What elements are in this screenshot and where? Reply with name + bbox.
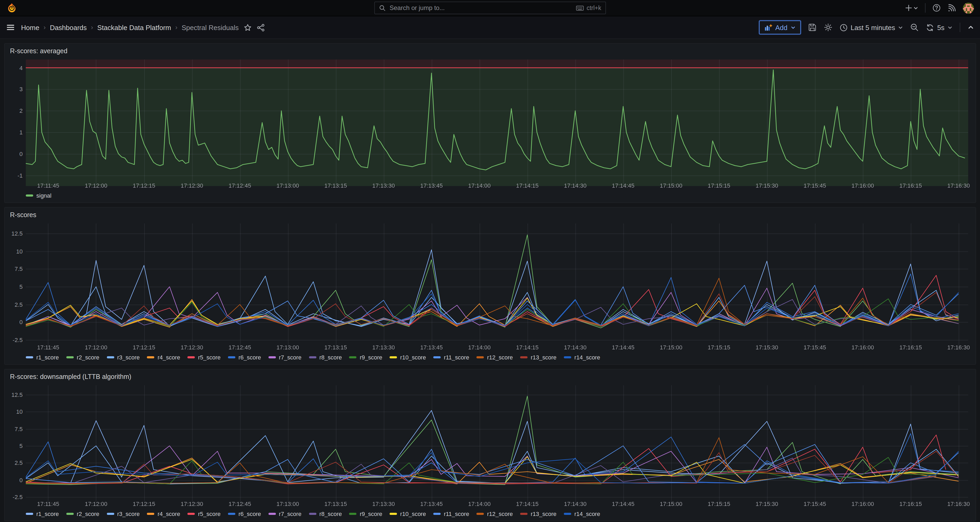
breadcrumb-separator: ›: [91, 24, 93, 31]
legend-item[interactable]: r1_score: [26, 511, 59, 517]
legend-swatch: [390, 356, 397, 358]
legend-item[interactable]: r13_score: [520, 511, 557, 517]
legend-swatch: [349, 356, 357, 358]
legend-item[interactable]: r11_score: [433, 354, 469, 361]
y-axis-labels: -2.502.557.51012.5: [7, 385, 26, 498]
legend-item[interactable]: r13_score: [520, 354, 557, 361]
x-tick-label: 17:12:45: [229, 501, 251, 507]
legend-item[interactable]: r5_score: [188, 354, 221, 361]
x-tick-label: 17:16:15: [899, 501, 922, 507]
legend-swatch: [309, 356, 316, 358]
plot-area[interactable]: [26, 223, 968, 342]
share-icon[interactable]: [257, 24, 265, 31]
panel-title: R-scores: downsampled (LTTB algorithm): [10, 373, 131, 380]
legend-item[interactable]: r8_score: [309, 511, 342, 517]
panel-header[interactable]: R-scores: [5, 208, 975, 222]
plot-area[interactable]: [26, 59, 968, 180]
gear-icon[interactable]: [824, 23, 832, 32]
legend-item[interactable]: r12_score: [476, 354, 513, 361]
legend-item[interactable]: r7_score: [269, 511, 302, 517]
refresh-picker[interactable]: 5s: [926, 24, 952, 31]
x-tick-label: 17:14:00: [468, 501, 491, 507]
x-tick-label: 17:13:45: [420, 501, 443, 507]
legend-item[interactable]: r4_score: [147, 354, 180, 361]
avatar[interactable]: [963, 2, 974, 13]
legend-swatch: [564, 513, 571, 515]
x-tick-label: 17:13:15: [324, 182, 347, 189]
x-tick-label: 17:12:15: [133, 501, 155, 507]
panel-header[interactable]: R-scores: averaged: [5, 44, 975, 59]
news-icon[interactable]: [948, 4, 956, 12]
legend-swatch: [26, 356, 33, 358]
legend-item[interactable]: r4_score: [147, 511, 180, 517]
legend-item[interactable]: r8_score: [309, 354, 342, 361]
legend-item[interactable]: r5_score: [188, 511, 221, 517]
y-tick-label: 5: [19, 283, 23, 291]
legend-item[interactable]: r2_score: [66, 354, 100, 361]
legend: r1_scorer2_scorer3_scorer4_scorer5_score…: [5, 353, 975, 364]
star-icon[interactable]: [244, 24, 252, 31]
legend-label: r9_score: [360, 354, 382, 361]
x-tick-label: 17:16:30: [947, 182, 970, 189]
legend-item[interactable]: r10_score: [390, 354, 426, 361]
legend-item[interactable]: r14_score: [564, 511, 600, 517]
x-tick-label: 17:14:00: [468, 182, 491, 189]
legend-item[interactable]: r3_score: [107, 354, 140, 361]
legend-item[interactable]: r12_score: [476, 511, 513, 517]
legend-item[interactable]: r1_score: [26, 354, 59, 361]
legend-item[interactable]: r6_score: [228, 511, 261, 517]
x-tick-label: 17:14:15: [516, 501, 539, 507]
grafana-app: Search or jump to... ctrl+k: [0, 0, 980, 522]
search-placeholder: Search or jump to...: [390, 4, 445, 11]
breadcrumb-dashboards[interactable]: Dashboards: [50, 24, 87, 31]
time-series-chart: -2.502.557.51012.5 17:11:4517:12:0017:12…: [7, 223, 975, 353]
save-icon[interactable]: [808, 23, 816, 32]
legend-swatch: [66, 356, 74, 358]
legend-item[interactable]: r3_score: [107, 511, 140, 517]
legend-item[interactable]: signal: [26, 192, 52, 199]
chevron-up-icon[interactable]: [967, 24, 974, 30]
grafana-logo-icon[interactable]: [6, 2, 18, 13]
legend-item[interactable]: r7_score: [269, 354, 302, 361]
y-tick-label: -2.5: [13, 336, 23, 343]
legend-item[interactable]: r9_score: [349, 354, 382, 361]
x-tick-label: 17:12:00: [85, 182, 107, 189]
legend-item[interactable]: r9_score: [349, 511, 382, 517]
legend-swatch: [520, 513, 528, 515]
x-tick-label: 17:13:30: [372, 344, 395, 350]
y-tick-label: -2.5: [13, 493, 23, 501]
legend-label: r5_score: [198, 511, 221, 517]
new-menu-button[interactable]: [905, 4, 918, 11]
x-tick-label: 17:15:15: [708, 344, 730, 350]
breadcrumb-folder[interactable]: Stackable Data Platform: [97, 24, 171, 31]
time-range-picker[interactable]: Last 5 minutes: [840, 24, 903, 31]
legend-item[interactable]: r11_score: [433, 511, 469, 517]
legend-swatch: [228, 513, 235, 515]
legend-item[interactable]: r6_score: [228, 354, 261, 361]
panel-header[interactable]: R-scores: downsampled (LTTB algorithm): [5, 369, 975, 384]
search-input[interactable]: Search or jump to... ctrl+k: [374, 2, 606, 14]
x-tick-label: 17:13:15: [324, 501, 347, 507]
legend-label: r4_score: [158, 511, 180, 517]
menu-icon[interactable]: [6, 23, 15, 32]
x-tick-label: 17:16:15: [899, 344, 922, 350]
zoom-out-icon[interactable]: [910, 23, 919, 32]
legend-label: r1_score: [36, 354, 59, 361]
legend-item[interactable]: r14_score: [564, 354, 600, 361]
legend-item[interactable]: r2_score: [66, 511, 100, 517]
help-icon[interactable]: [932, 4, 941, 12]
add-button[interactable]: Add: [759, 21, 800, 34]
x-tick-label: 17:15:45: [803, 182, 826, 189]
legend-label: signal: [36, 192, 52, 199]
legend-label: r4_score: [158, 354, 180, 361]
y-tick-label: 0: [19, 319, 23, 326]
x-tick-label: 17:13:30: [372, 182, 395, 189]
breadcrumb-home[interactable]: Home: [21, 24, 39, 31]
y-tick-label: 4: [19, 64, 23, 72]
legend-item[interactable]: r10_score: [390, 511, 426, 517]
plot-area[interactable]: [26, 385, 968, 498]
x-tick-label: 17:15:15: [708, 501, 730, 507]
legend-swatch: [269, 356, 276, 358]
shortcut-hint: ctrl+k: [576, 5, 601, 11]
panel-r-scores: R-scores -2.502.557.51012.5 17:11:4517:1…: [4, 207, 976, 365]
